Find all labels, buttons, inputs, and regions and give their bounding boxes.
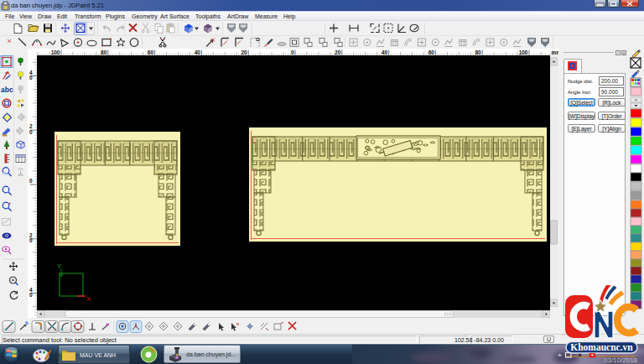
svg-text:0: 0 bbox=[29, 292, 33, 298]
svg-text:100: 100 bbox=[51, 49, 60, 55]
svg-text:80: 80 bbox=[475, 49, 481, 55]
svg-text:40: 40 bbox=[195, 49, 201, 55]
svg-text:100: 100 bbox=[519, 49, 528, 55]
svg-text:60: 60 bbox=[428, 49, 435, 55]
svg-text:40: 40 bbox=[382, 49, 388, 55]
svg-text:03/10/2018: 03/10/2018 bbox=[604, 356, 638, 364]
svg-text:80: 80 bbox=[101, 49, 107, 55]
svg-text:Khomaucnc.vn: Khomaucnc.vn bbox=[570, 342, 633, 352]
svg-text:0: 0 bbox=[29, 75, 33, 81]
svg-text:0: 0 bbox=[29, 237, 33, 243]
svg-text:20: 20 bbox=[335, 49, 341, 55]
svg-text:abc: abc bbox=[1, 86, 13, 94]
svg-text:0: 0 bbox=[291, 49, 294, 55]
svg-text:0: 0 bbox=[29, 178, 33, 184]
svg-text:60: 60 bbox=[148, 49, 154, 55]
svg-text:20: 20 bbox=[241, 49, 247, 55]
svg-text:0: 0 bbox=[29, 129, 33, 135]
svg-text:X: X bbox=[86, 295, 91, 303]
